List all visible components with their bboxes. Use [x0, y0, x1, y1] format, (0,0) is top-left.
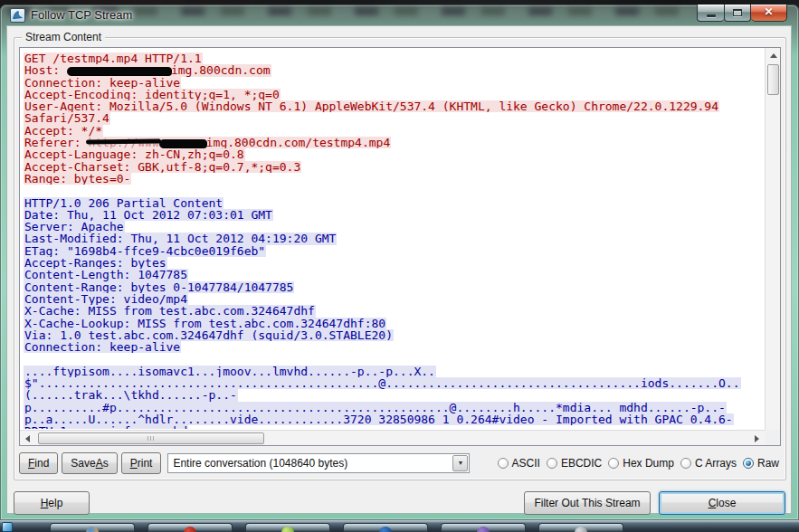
stream-line: Server: Apache	[24, 221, 764, 233]
scrollbar-corner	[765, 430, 780, 445]
stream-line: Date: Thu, 11 Oct 2012 07:03:01 GMT	[24, 209, 764, 221]
radio-hex-dump[interactable]: Hex Dump	[608, 457, 674, 470]
save-as-button[interactable]: Save As	[62, 452, 117, 474]
stream-line: ETag: "1698b4-ffce9-4cbc0e019f6eb"	[24, 245, 764, 257]
stream-line: $"......................................…	[24, 377, 764, 389]
stream-line: Connection: keep-alive	[24, 77, 764, 89]
arrow-left-icon	[25, 435, 30, 442]
purple-orb-icon	[477, 527, 490, 532]
stream-controls-row: Find Save As Print Entire conversation (…	[19, 451, 781, 475]
stream-line: ....ftypisom....isomavc1...jmoov...lmvhd…	[24, 366, 764, 377]
taskbar-button[interactable]	[245, 523, 330, 532]
taskbar-button[interactable]	[538, 523, 623, 532]
stream-line: Content-Range: bytes 0-1047784/1047785	[24, 281, 764, 293]
radio-ebcdic[interactable]: EBCDIC	[547, 457, 602, 470]
vertical-scroll-thumb[interactable]	[767, 64, 779, 95]
stream-line: Content-Length: 1047785	[24, 269, 764, 280]
stream-line: Accept-Encoding: identity;q=1, *;q=0	[24, 89, 764, 100]
close-button[interactable]: Close	[659, 491, 785, 515]
stream-line: Safari/537.4	[24, 112, 764, 124]
stream-line: (......trak...\tkhd......-p..-	[24, 389, 764, 401]
radio-circle-icon[interactable]	[498, 458, 509, 469]
titlebar[interactable]: Follow TCP Stream ✕	[0, 5, 799, 25]
radio-label: Hex Dump	[623, 457, 674, 470]
taskbar-button[interactable]	[343, 523, 428, 532]
scroll-right-button[interactable]	[750, 432, 764, 445]
redaction-mark	[67, 67, 171, 75]
arrow-right-icon	[755, 435, 759, 442]
taskbar-button[interactable]	[147, 523, 233, 532]
redaction-mark	[159, 139, 206, 147]
stream-line	[24, 185, 764, 196]
radio-circle-icon[interactable]	[547, 458, 557, 469]
stream-line	[24, 353, 764, 365]
close-window-button[interactable]: ✕	[751, 5, 787, 22]
radio-label: C Arrays	[695, 457, 737, 470]
globe-browser-icon	[86, 527, 99, 532]
stream-line: DRTV.1.....minf....vmhd	[24, 425, 764, 429]
stream-line: User-Agent: Mozilla/5.0 (Windows NT 6.1)…	[24, 100, 764, 112]
maximize-button[interactable]	[724, 5, 751, 22]
chevron-down-icon[interactable]: ▼	[452, 455, 468, 471]
radio-ascii[interactable]: ASCII	[498, 457, 540, 470]
radio-circle-icon[interactable]	[743, 458, 754, 469]
radio-raw[interactable]: Raw	[743, 457, 779, 470]
help-button[interactable]: Help	[14, 491, 90, 515]
display-mode-radios: ASCIIEBCDICHex DumpC ArraysRaw	[498, 457, 781, 470]
stream-line: Referer: http://wwwimg.800cdn.com/testmp…	[24, 137, 764, 148]
minimize-button[interactable]	[697, 5, 724, 22]
start-orb-icon[interactable]	[2, 522, 13, 532]
taskbar[interactable]	[0, 520, 799, 532]
stream-line: Content-Type: video/mp4	[24, 293, 764, 305]
vertical-scrollbar[interactable]	[765, 48, 780, 430]
stream-line: Connection: keep-alive	[24, 341, 764, 353]
redaction-strike: http://www	[88, 137, 158, 148]
stream-line: Via: 1.0 test.abc.com.324647dhf (squid/3…	[24, 329, 764, 341]
stream-content-area[interactable]: GET /testmp4.mp4 HTTP/1.1Host: img.800cd…	[19, 47, 781, 446]
radio-circle-icon[interactable]	[608, 458, 619, 469]
stream-line: Accept: */*	[24, 125, 764, 137]
radio-c-arrays[interactable]: C Arrays	[680, 457, 737, 470]
follow-tcp-stream-window: Follow TCP Stream ✕ Stream Content GET /…	[0, 5, 799, 520]
gray-window-icon	[575, 527, 587, 532]
dialog-body: Stream Content GET /testmp4.mp4 HTTP/1.1…	[6, 25, 792, 514]
taskbar-button[interactable]	[441, 523, 526, 532]
filter-out-stream-button[interactable]: Filter Out This Stream	[524, 491, 651, 515]
green-note-icon	[281, 527, 294, 532]
stream-text[interactable]: GET /testmp4.mp4 HTTP/1.1Host: img.800cd…	[21, 48, 764, 429]
arrow-up-icon	[770, 53, 777, 58]
stream-line: HTTP/1.0 206 Partial Content	[24, 197, 764, 209]
conversation-select-value: Entire conversation (1048640 bytes)	[168, 457, 452, 470]
stream-line: Host: img.800cdn.com	[24, 64, 764, 76]
print-button[interactable]: Print	[121, 452, 162, 474]
wireshark-icon	[10, 8, 25, 23]
radio-circle-icon[interactable]	[680, 458, 691, 469]
scroll-left-button[interactable]	[21, 432, 34, 445]
horizontal-scroll-thumb[interactable]	[38, 432, 264, 444]
close-icon: ✕	[764, 5, 773, 18]
stream-line: p..........#p...........................…	[24, 402, 764, 413]
red-orb-icon	[184, 527, 196, 532]
stream-line: Accept-Language: zh-CN,zh;q=0.8	[24, 148, 764, 160]
radio-label: ASCII	[512, 457, 540, 470]
stream-line: Accept-Charset: GBK,utf-8;q=0.7,*;q=0.3	[24, 161, 764, 173]
minimize-icon	[707, 14, 716, 17]
stream-line: Range: bytes=0-	[24, 173, 764, 185]
thumb-grip	[147, 436, 155, 441]
conversation-select[interactable]: Entire conversation (1048640 bytes) ▼	[167, 453, 470, 473]
horizontal-scrollbar[interactable]	[20, 430, 765, 445]
scroll-up-button[interactable]	[766, 49, 780, 62]
stream-line: Last-Modified: Thu, 11 Oct 2012 04:19:20…	[24, 233, 764, 244]
stream-content-groupbox: Stream Content GET /testmp4.mp4 HTTP/1.1…	[14, 37, 786, 480]
radio-label: Raw	[757, 457, 779, 470]
stream-line: X-Cache-Lookup: MISS from test.abc.com.3…	[24, 318, 764, 329]
find-button[interactable]: Find	[19, 452, 58, 474]
stream-line: X-Cache: MISS from test.abc.com.324647dh…	[24, 305, 764, 317]
taskbar-button[interactable]	[50, 523, 135, 532]
stream-line: p..a.....U......^hdlr........vide.......…	[24, 413, 764, 425]
stream-line: GET /testmp4.mp4 HTTP/1.1	[24, 52, 764, 64]
groupbox-label: Stream Content	[22, 31, 105, 43]
maximize-icon	[733, 9, 742, 16]
window-title: Follow TCP Stream	[31, 8, 132, 22]
radio-label: EBCDIC	[561, 457, 602, 470]
